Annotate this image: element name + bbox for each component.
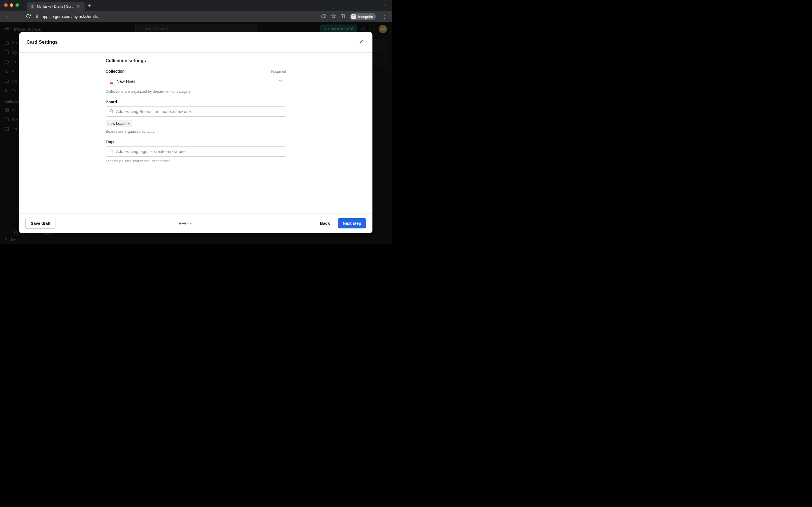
url-text: app.getguru.com/mytasks/drafts xyxy=(42,14,98,19)
collection-select-value: New Hires xyxy=(117,79,276,83)
tab-title: My Tasks - Drafts | Guru xyxy=(37,4,73,8)
browser-tab-bar: G My Tasks - Drafts | Guru ✕ + xyxy=(0,0,392,11)
search-icon xyxy=(109,149,113,154)
forward-button[interactable] xyxy=(14,12,21,21)
tags-search-input[interactable] xyxy=(116,149,283,154)
book-icon xyxy=(109,79,114,83)
svg-point-5 xyxy=(354,16,355,17)
maximize-window-button[interactable] xyxy=(15,3,19,7)
step-connector xyxy=(182,223,184,224)
chip-remove-icon[interactable]: ✕ xyxy=(127,122,130,126)
collection-help: Collections are organized by department … xyxy=(106,89,286,94)
tags-field: Tags Tags help users search for Cards fa… xyxy=(106,140,286,163)
step-dot-2 xyxy=(185,223,186,224)
svg-line-30 xyxy=(112,152,113,153)
svg-marker-1 xyxy=(331,14,336,18)
browser-menu-button[interactable]: ⋮ xyxy=(380,14,388,19)
collection-field: Collection Required New Hires Collection… xyxy=(106,69,286,94)
svg-rect-3 xyxy=(342,14,343,18)
eye-off-icon[interactable] xyxy=(321,13,326,20)
back-button[interactable]: Back xyxy=(315,218,335,228)
board-help: Boards are organized by topic. xyxy=(106,129,286,133)
board-label: Board xyxy=(106,100,117,104)
modal-body: Collection settings Collection Required … xyxy=(19,53,372,213)
svg-point-4 xyxy=(352,16,354,17)
address-bar[interactable]: app.getguru.com/mytasks/drafts xyxy=(35,14,318,19)
collection-select[interactable]: New Hires xyxy=(106,76,286,87)
back-button[interactable] xyxy=(3,12,11,21)
incognito-label: Incognito xyxy=(358,15,373,19)
browser-toolbar: app.getguru.com/mytasks/drafts Incognito… xyxy=(0,11,392,22)
svg-line-28 xyxy=(112,112,113,113)
step-connector xyxy=(187,223,189,224)
modal-title: Card Settings xyxy=(27,40,58,45)
modal-header: Card Settings xyxy=(19,32,372,53)
step-dot-1 xyxy=(179,223,181,224)
step-indicator xyxy=(179,223,192,224)
tags-input-wrap[interactable] xyxy=(106,147,286,157)
reload-button[interactable] xyxy=(25,13,32,21)
next-step-button[interactable]: Next step xyxy=(338,218,366,228)
incognito-icon xyxy=(351,14,356,19)
board-search-input[interactable] xyxy=(116,109,283,114)
svg-point-27 xyxy=(110,110,112,112)
board-field: Board new board ✕ Boards are organized b… xyxy=(106,100,286,133)
extensions-icon[interactable] xyxy=(340,14,345,20)
window-controls xyxy=(4,3,19,7)
tags-label: Tags xyxy=(106,140,115,144)
save-draft-button[interactable]: Save draft xyxy=(26,218,56,229)
section-heading: Collection settings xyxy=(106,58,286,63)
minimize-window-button[interactable] xyxy=(10,3,13,7)
tab-close-icon[interactable]: ✕ xyxy=(75,4,81,9)
board-chip: new board ✕ xyxy=(106,120,133,127)
chevron-down-icon xyxy=(278,79,283,84)
search-icon xyxy=(109,109,113,114)
tab-overflow-icon[interactable] xyxy=(383,3,387,8)
chip-label: new board xyxy=(109,121,126,126)
required-hint: Required xyxy=(271,69,286,73)
modal-footer: Save draft Back Next step xyxy=(19,213,372,233)
card-settings-modal: Card Settings Collection settings Collec… xyxy=(19,32,372,233)
collection-label: Collection xyxy=(106,69,125,73)
new-tab-button[interactable]: + xyxy=(85,3,94,9)
board-input-wrap[interactable] xyxy=(106,107,286,117)
step-dot-3 xyxy=(190,223,192,224)
browser-tab[interactable]: G My Tasks - Drafts | Guru ✕ xyxy=(27,2,85,11)
tags-help: Tags help users search for Cards faster. xyxy=(106,159,286,163)
close-window-button[interactable] xyxy=(4,3,8,7)
tab-favicon-icon: G xyxy=(30,4,35,9)
svg-point-29 xyxy=(110,150,112,152)
incognito-badge: Incognito xyxy=(350,13,376,20)
lock-icon xyxy=(35,14,39,19)
close-icon[interactable] xyxy=(357,38,365,47)
star-icon[interactable] xyxy=(331,13,336,20)
